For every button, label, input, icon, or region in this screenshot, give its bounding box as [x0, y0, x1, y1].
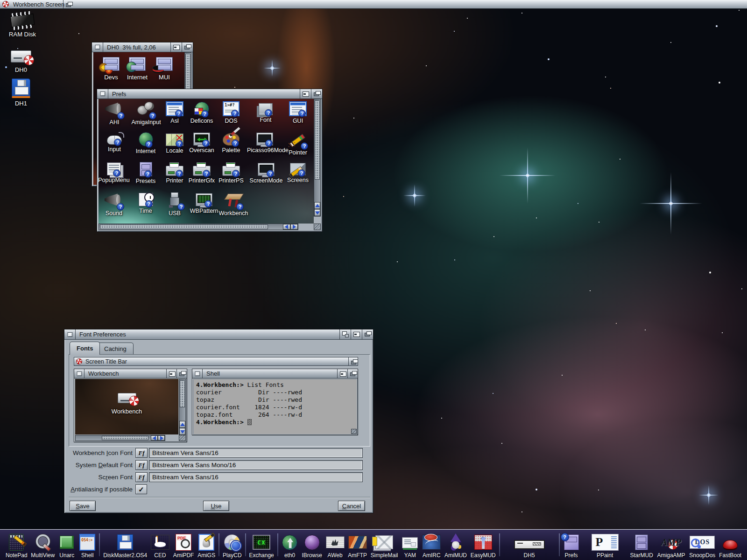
use-button[interactable]: Use: [203, 501, 229, 511]
ghost-pencil-icon: [198, 534, 214, 551]
workbench-icon-font-field[interactable]: Bitstream Vera Sans/16: [149, 448, 363, 458]
dh0-titlebar[interactable]: DH0 3% full, 2,06: [92, 42, 193, 52]
file-cabinet-icon: [635, 534, 648, 550]
prefs-titlebar[interactable]: Prefs: [97, 89, 322, 99]
dock-item-exchange[interactable]: CXExchange: [247, 530, 276, 560]
dock-item-ced[interactable]: CED: [149, 530, 171, 560]
dock-item-unarc[interactable]: Unarc: [56, 530, 77, 560]
dock-item-amipdf[interactable]: PDFAmiPDF: [171, 530, 196, 560]
depth-gadget[interactable]: [311, 89, 322, 98]
dock-item-eth0[interactable]: eth0: [280, 530, 300, 560]
close-gadget[interactable]: [64, 329, 76, 339]
dock-item-shell[interactable]: OS4:>Shell: [77, 530, 98, 560]
dock-item-fastboot[interactable]: FastBoot: [717, 530, 743, 560]
iconify-gadget[interactable]: [170, 42, 182, 52]
dock-item-aweb[interactable]: AWeb: [324, 530, 346, 560]
dock-item-amftp[interactable]: AmFTP: [346, 530, 368, 560]
depth-gadget[interactable]: [362, 329, 373, 339]
desktop-icon-dh0[interactable]: DH0: [2, 49, 40, 73]
map-icon: [166, 133, 183, 146]
prefs-icon-input[interactable]: Input: [99, 131, 132, 153]
printer-icon: [193, 166, 211, 176]
dock-item-multiview[interactable]: MultiView: [29, 530, 56, 560]
dock-item-prefs[interactable]: Prefs: [561, 530, 582, 560]
prefs-icon-printerps[interactable]: PrinterPS: [213, 161, 249, 184]
scroll-right-arrow[interactable]: [290, 224, 298, 230]
gui-window-icon: [289, 101, 307, 116]
depth-gadget[interactable]: [182, 42, 193, 52]
dock-item-notepad[interactable]: NotePad: [4, 530, 29, 560]
system-default-font-field[interactable]: Bitstream Vera Sans Mono/16: [149, 460, 363, 470]
prefs-icon-gui[interactable]: GUI: [280, 101, 314, 124]
dock-item-ppaint[interactable]: PPPaint: [582, 530, 628, 560]
iconify-gadget[interactable]: [351, 329, 362, 339]
prefs-drawer-icon: [564, 534, 579, 550]
swan-icon: [151, 535, 169, 550]
printer-icon: [166, 166, 183, 176]
iconify-gadget[interactable]: [300, 89, 311, 98]
prefs-icon-screenmode[interactable]: ScreenMode: [248, 161, 284, 184]
dock-item-dh5[interactable]: DH5: [501, 530, 557, 560]
workbench-table-icon: [223, 192, 244, 209]
gamepad-icon: [136, 101, 156, 118]
prefs-icon-popupmenu[interactable]: PopupMenu: [99, 161, 132, 183]
dock-item-diskmaster[interactable]: DiskMaster2.OS4: [101, 530, 149, 560]
scroll-up-arrow[interactable]: [314, 202, 320, 209]
scroll-left-arrow[interactable]: [283, 224, 290, 230]
dh0-icon-devs[interactable]: Devs: [97, 57, 125, 81]
dock-item-snoopdos[interactable]: DOSSnoopDos: [687, 530, 717, 560]
antialiasing-checkbox[interactable]: ✓: [135, 484, 147, 494]
dock-item-yam[interactable]: YAM: [400, 530, 420, 560]
prefs-vertical-scrollbar[interactable]: [314, 99, 321, 217]
dh0-icon-internet[interactable]: Internet: [123, 57, 151, 81]
scrollbar-thumb[interactable]: [100, 224, 268, 229]
prefs-icon-pointer[interactable]: Pointer: [280, 131, 314, 156]
prefs-icon-dos[interactable]: 1>#?DOS: [213, 101, 249, 124]
dock-separator: [218, 533, 219, 556]
cancel-button[interactable]: Cancel: [338, 501, 365, 511]
desktop-icon-ram-disk[interactable]: RAM Disk: [4, 10, 41, 38]
dock-item-amigaamp[interactable]: AMPAmigaAMP: [655, 530, 688, 560]
scrollbar-thumb[interactable]: [185, 54, 190, 91]
dock-separator: [559, 533, 560, 556]
resize-corner[interactable]: [314, 224, 321, 230]
screen-font-field[interactable]: Bitstream Vera Sans/16: [149, 472, 363, 482]
dock-item-playcd[interactable]: PlayCD: [221, 530, 243, 560]
prefs-icon-palette[interactable]: Palette: [213, 131, 249, 154]
dock-item-easymud[interactable]: EasyMUD: [469, 530, 498, 560]
desktop-icon-dh1[interactable]: DH1: [2, 78, 40, 107]
tab-fonts[interactable]: Fonts: [70, 342, 100, 355]
scrollbar-thumb[interactable]: [315, 100, 320, 180]
prefs-icon-screens[interactable]: Screens: [280, 161, 314, 183]
dh0-icon-mui[interactable]: MUI: [150, 57, 178, 81]
dock-item-simplemail[interactable]: SimpleMail: [369, 530, 400, 560]
prefs-icon-sound[interactable]: Sound: [99, 192, 132, 217]
prefs-icon-font[interactable]: Font: [248, 101, 283, 123]
scroll-down-arrow[interactable]: [314, 209, 320, 216]
prefs-icon-ahi[interactable]: AHI: [99, 101, 132, 126]
prefs-horizontal-scrollbar[interactable]: [99, 224, 298, 230]
prefs-icon-workbench[interactable]: Workbench: [216, 192, 251, 217]
art-panel-icon: [348, 536, 367, 549]
screen-font-picker-button[interactable]: Ff: [135, 472, 148, 482]
dock-item-ibrowse[interactable]: IBrowse: [300, 530, 324, 560]
dos-magnifier-icon: DOS: [690, 536, 715, 549]
save-button[interactable]: Save: [70, 501, 96, 511]
dock-item-amigs[interactable]: AmiGS: [196, 530, 217, 560]
system-default-font-picker-button[interactable]: Ff: [135, 460, 148, 470]
prefs-icon-picasso96mode[interactable]: Picasso96Mode: [247, 131, 282, 154]
tab-caching[interactable]: Caching: [97, 343, 134, 355]
workbench-icon-font-picker-button[interactable]: Ff: [135, 448, 148, 458]
globe-icon: [139, 132, 153, 147]
dock-item-starmud[interactable]: StarMUD: [628, 530, 655, 560]
font-prefs-titlebar[interactable]: Font Preferences: [64, 329, 373, 340]
printer-icon: [222, 166, 240, 176]
documents-icon: [107, 162, 121, 175]
screen-depth-gadget[interactable]: [63, 0, 74, 8]
dock-item-amimud[interactable]: AmiMUD: [443, 530, 469, 560]
close-gadget[interactable]: [97, 89, 108, 98]
dock-item-amirc[interactable]: AmIRC: [420, 530, 443, 560]
close-gadget[interactable]: [92, 42, 103, 52]
ram-chip-icon: [10, 14, 35, 28]
zoom-gadget[interactable]: [339, 329, 351, 339]
